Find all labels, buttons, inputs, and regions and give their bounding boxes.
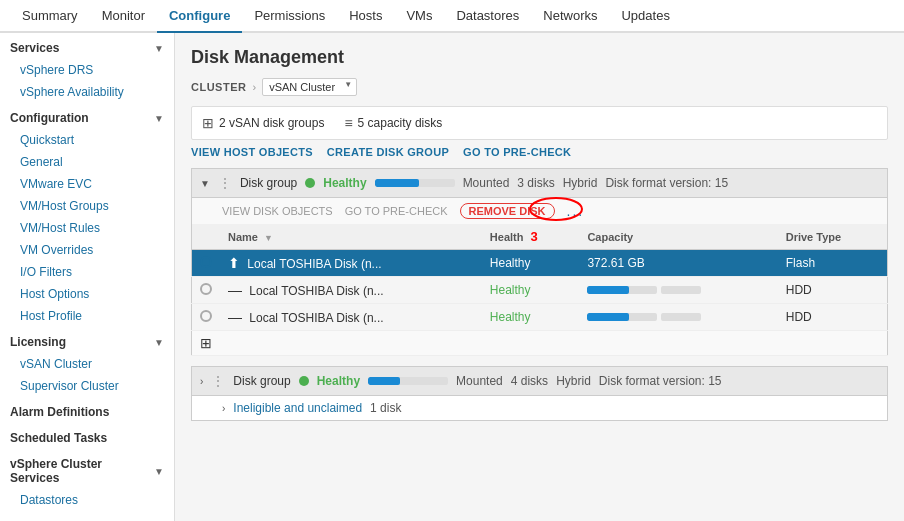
disk-group-2-status: Healthy: [317, 374, 360, 388]
sidebar-item-vsphere-drs[interactable]: vSphere DRS: [0, 59, 174, 81]
sidebar-section-services[interactable]: Services ▼: [0, 33, 174, 59]
row-capacity-cell: [579, 304, 777, 331]
table-row[interactable]: — Local TOSHIBA Disk (n... Healthy: [192, 304, 888, 331]
main-content: Disk Management CLUSTER › vSAN Cluster ⊞…: [175, 33, 904, 521]
tab-monitor[interactable]: Monitor: [90, 0, 157, 33]
disk-group-1-disks: 3 disks: [517, 176, 554, 190]
stats-bar: ⊞ 2 vSAN disk groups ≡ 5 capacity disks: [191, 106, 888, 140]
ineligible-row: › Ineligible and unclaimed 1 disk: [191, 396, 888, 421]
sidebar-item-general[interactable]: General: [0, 151, 174, 173]
disk-group-1-format-version: Disk format version: 15: [605, 176, 728, 190]
radio-button[interactable]: [200, 256, 212, 268]
capacity-bar-fill: [587, 286, 629, 294]
chevron-right-icon: ›: [252, 81, 256, 93]
disk-group-1-header: ▼ ⋮ Disk group Healthy Mounted 3 disks H…: [191, 168, 888, 198]
sidebar-section-configuration[interactable]: Configuration ▼: [0, 103, 174, 129]
disk-group-1-hybrid: Hybrid: [563, 176, 598, 190]
sort-icon: ▼: [264, 233, 273, 243]
row-select-cell[interactable]: [192, 277, 221, 304]
capacity-bar-2: [661, 313, 701, 321]
sidebar-item-quickstart[interactable]: Quickstart: [0, 129, 174, 151]
sidebar-item-vmhost-groups[interactable]: VM/Host Groups: [0, 195, 174, 217]
create-disk-group-link[interactable]: CREATE DISK GROUP: [327, 146, 449, 158]
sidebar-section-vsan[interactable]: vSAN ▼: [0, 511, 174, 521]
disk-group-1-progress: [375, 179, 455, 187]
tab-configure[interactable]: Configure: [157, 0, 242, 33]
pagination-icon: ⊞: [200, 335, 212, 351]
row-capacity-cell: 372.61 GB: [579, 250, 777, 277]
sidebar-item-io-filters[interactable]: I/O Filters: [0, 261, 174, 283]
sidebar-section-scheduled-tasks[interactable]: Scheduled Tasks: [0, 423, 174, 449]
progress-bar-fill-2: [368, 377, 400, 385]
disk-icon: ⬆: [228, 255, 240, 271]
ineligible-link[interactable]: Ineligible and unclaimed: [233, 401, 362, 415]
tab-updates[interactable]: Updates: [609, 0, 681, 33]
sidebar-item-host-profile[interactable]: Host Profile: [0, 305, 174, 327]
row-capacity-cell: [579, 277, 777, 304]
tab-permissions[interactable]: Permissions: [242, 0, 337, 33]
disk-group-2-disks: 4 disks: [511, 374, 548, 388]
sidebar-section-vsphere-cluster-services[interactable]: vSphere Cluster Services ▼: [0, 449, 174, 489]
col-drive-type: Drive Type: [778, 224, 888, 250]
action-links: VIEW HOST OBJECTS CREATE DISK GROUP GO T…: [191, 146, 888, 158]
radio-button[interactable]: [200, 310, 212, 322]
col-name[interactable]: Name ▼: [220, 224, 482, 250]
chevron-down-icon: ▼: [154, 113, 164, 124]
go-to-pre-check-link[interactable]: GO TO PRE-CHECK: [463, 146, 571, 158]
expand-ineligible-button[interactable]: ›: [222, 403, 225, 414]
sidebar-item-vsphere-availability[interactable]: vSphere Availability: [0, 81, 174, 103]
row-health-cell: Healthy: [482, 277, 580, 304]
view-disk-objects-button: VIEW DISK OBJECTS: [222, 205, 333, 217]
disk-group-1-status: Healthy: [323, 176, 366, 190]
row-select-cell[interactable]: [192, 304, 221, 331]
tab-vms[interactable]: VMs: [394, 0, 444, 33]
table-row[interactable]: ⬆ Local TOSHIBA Disk (n... Healthy 372.6…: [192, 250, 888, 277]
tab-hosts[interactable]: Hosts: [337, 0, 394, 33]
tab-datastores[interactable]: Datastores: [444, 0, 531, 33]
capacity-disks-stat: ≡ 5 capacity disks: [344, 115, 442, 131]
drag-handle-icon[interactable]: ⋮: [218, 175, 232, 191]
tab-networks[interactable]: Networks: [531, 0, 609, 33]
col-health: Health 3: [482, 224, 580, 250]
remove-disk-button[interactable]: REMOVE DISK 4: [460, 203, 555, 219]
sidebar-item-datastores[interactable]: Datastores: [0, 489, 174, 511]
row-health-cell: Healthy: [482, 304, 580, 331]
capacity-bar-wrap: [587, 313, 769, 321]
disk-group-2-progress: [368, 377, 448, 385]
col-select: [192, 224, 221, 250]
row-select-cell[interactable]: [192, 250, 221, 277]
drag-handle-icon-2[interactable]: ⋮: [211, 373, 225, 389]
tab-summary[interactable]: Summary: [10, 0, 90, 33]
table-row[interactable]: — Local TOSHIBA Disk (n... Healthy: [192, 277, 888, 304]
row-name-cell: — Local TOSHIBA Disk (n...: [220, 304, 482, 331]
sidebar-item-vmware-evc[interactable]: VMware EVC: [0, 173, 174, 195]
sidebar-item-supervisor-cluster[interactable]: Supervisor Cluster: [0, 375, 174, 397]
breadcrumb-cluster-select-wrap[interactable]: vSAN Cluster: [262, 78, 357, 96]
expand-disk-group-1-button[interactable]: ▼: [200, 178, 210, 189]
view-host-objects-link[interactable]: VIEW HOST OBJECTS: [191, 146, 313, 158]
sidebar-item-host-options[interactable]: Host Options: [0, 283, 174, 305]
ineligible-count: 1 disk: [370, 401, 401, 415]
row-name-cell: ⬆ Local TOSHIBA Disk (n...: [220, 250, 482, 277]
row-health-cell: Healthy: [482, 250, 580, 277]
breadcrumb-cluster-dropdown[interactable]: vSAN Cluster: [262, 78, 357, 96]
sidebar-section-alarm-definitions[interactable]: Alarm Definitions: [0, 397, 174, 423]
disk-icon: —: [228, 282, 242, 298]
sidebar-item-vm-overrides[interactable]: VM Overrides: [0, 239, 174, 261]
radio-button[interactable]: [200, 283, 212, 295]
expand-disk-group-2-button[interactable]: ›: [200, 376, 203, 387]
progress-bar-fill: [375, 179, 419, 187]
annotation-number-3: 3: [531, 229, 538, 244]
disk-group-2-header: › ⋮ Disk group Healthy Mounted 4 disks H…: [191, 366, 888, 396]
sidebar-item-vsan-cluster[interactable]: vSAN Cluster: [0, 353, 174, 375]
disk-group-2-format-version: Disk format version: 15: [599, 374, 722, 388]
capacity-bar: [587, 313, 657, 321]
chevron-down-icon: ▼: [154, 43, 164, 54]
sidebar-item-vmhost-rules[interactable]: VM/Host Rules: [0, 217, 174, 239]
more-actions-button[interactable]: ...: [567, 203, 585, 219]
chevron-down-icon: ▼: [154, 466, 164, 477]
sidebar-section-licensing[interactable]: Licensing ▼: [0, 327, 174, 353]
top-navigation: Summary Monitor Configure Permissions Ho…: [0, 0, 904, 33]
capacity-bar-2: [661, 286, 701, 294]
row-drive-type-cell: HDD: [778, 304, 888, 331]
